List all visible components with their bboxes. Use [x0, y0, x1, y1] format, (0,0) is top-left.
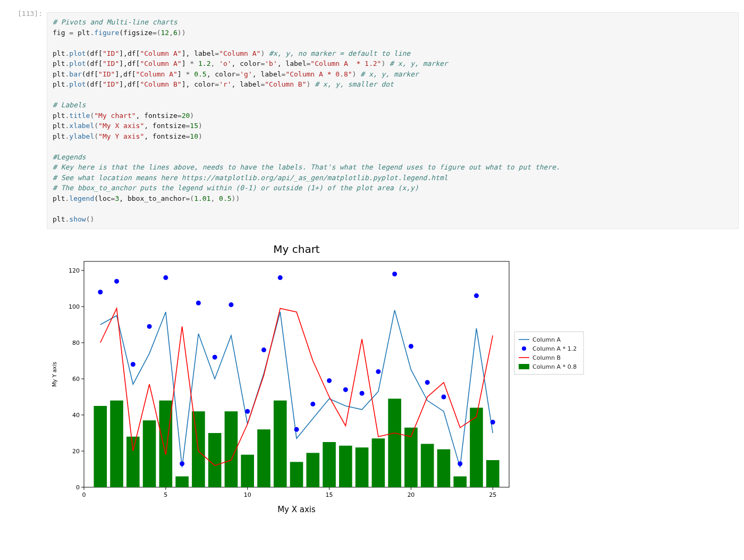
scatter-point — [245, 409, 250, 414]
bar — [175, 477, 189, 487]
bar — [290, 462, 303, 487]
y-axis-label: My Y axis — [52, 362, 57, 387]
legend: Column AColumn A * 1.2Column BColumn A *… — [514, 332, 584, 375]
svg-point-30 — [522, 346, 526, 351]
bar — [306, 453, 319, 487]
code-input[interactable]: # Pivots and Multi-line charts fig = plt… — [47, 12, 739, 229]
scatter-point — [392, 271, 397, 276]
scatter-point — [409, 344, 413, 349]
svg-text:25: 25 — [489, 491, 496, 498]
svg-text:120: 120 — [69, 267, 80, 274]
svg-text:80: 80 — [72, 340, 80, 346]
scatter-point — [343, 387, 348, 392]
svg-text:20: 20 — [72, 448, 80, 455]
scatter-point — [441, 395, 446, 400]
scatter-point — [196, 301, 201, 306]
bar — [208, 433, 222, 487]
legend-label: Column A — [532, 336, 561, 343]
cell-output: My chartMy X axisMy Y axis05101520250204… — [47, 240, 739, 518]
chart-title: My chart — [273, 243, 320, 256]
scatter-point — [213, 355, 217, 360]
svg-text:5: 5 — [164, 491, 167, 498]
scatter-point — [261, 347, 266, 352]
scatter-point — [458, 461, 462, 466]
legend-label: Column A * 0.8 — [532, 363, 577, 370]
bar — [486, 460, 500, 487]
bar — [94, 406, 107, 487]
bar — [453, 477, 467, 487]
bar — [323, 442, 336, 487]
scatter-point — [294, 427, 299, 432]
scatter-point — [376, 369, 381, 374]
scatter-point — [310, 402, 315, 406]
scatter-point — [147, 324, 152, 329]
scatter-point — [360, 391, 365, 396]
scatter-point — [425, 380, 430, 385]
svg-text:10: 10 — [244, 491, 251, 498]
bar — [257, 429, 270, 487]
line-series — [100, 310, 493, 468]
x-axis-label: My X axis — [277, 505, 316, 514]
svg-text:0: 0 — [82, 491, 86, 498]
scatter-point — [278, 275, 283, 280]
svg-text:60: 60 — [72, 376, 80, 383]
scatter-point — [229, 302, 233, 307]
notebook-cell: [113]: # Pivots and Multi-line charts fi… — [5, 5, 739, 236]
bar — [339, 446, 352, 487]
bar — [241, 455, 254, 487]
bar — [110, 401, 123, 487]
line-series — [100, 308, 493, 465]
scatter-point — [131, 362, 136, 367]
bar — [126, 437, 140, 487]
scatter-point — [474, 293, 479, 298]
svg-text:20: 20 — [407, 491, 415, 498]
svg-text:40: 40 — [72, 412, 80, 419]
scatter-point — [98, 290, 103, 294]
svg-rect-32 — [519, 364, 529, 369]
legend-label: Column A * 1.2 — [532, 345, 577, 352]
scatter-point — [180, 461, 184, 466]
bar — [274, 401, 287, 487]
svg-text:100: 100 — [69, 303, 80, 310]
cell-prompt: [113]: — [5, 5, 47, 18]
scatter-point — [114, 279, 119, 284]
bar — [421, 444, 434, 487]
scatter-point — [163, 275, 168, 280]
chart-figure: My chartMy X axisMy Y axis05101520250204… — [47, 240, 599, 516]
svg-text:0: 0 — [76, 484, 80, 491]
bar — [159, 401, 173, 487]
bar — [372, 438, 385, 487]
bar — [388, 398, 401, 487]
bar — [143, 420, 156, 487]
scatter-point — [491, 420, 495, 425]
bar — [356, 447, 369, 487]
scatter-point — [327, 378, 332, 383]
svg-text:15: 15 — [326, 491, 333, 498]
bar — [437, 449, 451, 487]
legend-label: Column B — [532, 354, 561, 361]
